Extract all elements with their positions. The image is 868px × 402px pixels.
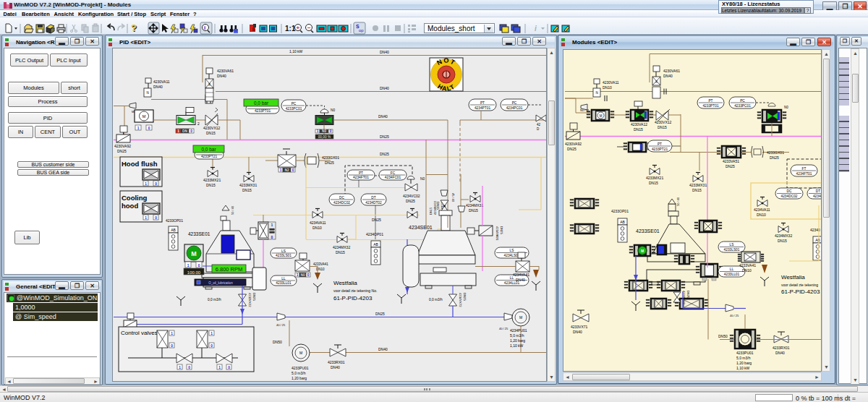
svg-text:4233OP01: 4233OP01 bbox=[166, 218, 183, 223]
svg-text:DN40: DN40 bbox=[380, 50, 389, 54]
svg-text:DN40: DN40 bbox=[516, 278, 525, 282]
svg-text:4233VA41: 4233VA41 bbox=[313, 262, 328, 266]
svg-text:M: M bbox=[191, 250, 197, 257]
svg-text:4234MX32: 4234MX32 bbox=[333, 245, 350, 249]
svg-text:voor detail zie tekening: voor detail zie tekening bbox=[781, 283, 818, 287]
svg-text:DN15: DN15 bbox=[692, 188, 702, 192]
svg-text:4234SE01: 4234SE01 bbox=[409, 225, 433, 230]
svg-text:1: 1 bbox=[210, 332, 213, 335]
svg-text:4233PT21: 4233PT21 bbox=[652, 147, 668, 151]
svg-text:DC: DC bbox=[787, 189, 792, 193]
svg-text:4234OP01: 4234OP01 bbox=[366, 232, 383, 236]
svg-text:5,0 m3/h: 5,0 m3/h bbox=[292, 371, 306, 375]
svg-text:DN25: DN25 bbox=[325, 161, 334, 165]
svg-text:0,0 bar: 0,0 bar bbox=[254, 100, 269, 106]
svg-text:4233MX21: 4233MX21 bbox=[203, 178, 221, 182]
svg-text:4233LS01: 4233LS01 bbox=[276, 254, 292, 257]
svg-text:PC: PC bbox=[292, 102, 297, 106]
svg-text:M: M bbox=[600, 114, 603, 118]
svg-text:4233PC01: 4233PC01 bbox=[286, 107, 302, 111]
svg-text:1: 1 bbox=[297, 273, 299, 277]
svg-text:DN25: DN25 bbox=[372, 218, 381, 222]
svg-text:61-P-PID-4203: 61-P-PID-4203 bbox=[333, 295, 373, 302]
svg-text:X: X bbox=[655, 80, 658, 84]
svg-text:1: 1 bbox=[171, 332, 173, 335]
svg-text:4233OP01: 4233OP01 bbox=[611, 209, 629, 213]
svg-text:1,10 kW: 1,10 kW bbox=[289, 49, 303, 54]
svg-text:DN25: DN25 bbox=[463, 293, 467, 301]
svg-text:0,0 m3/h: 0,0 m3/h bbox=[208, 298, 221, 302]
svg-text:N: N bbox=[595, 91, 597, 95]
svg-text:DN25: DN25 bbox=[117, 149, 127, 153]
svg-text:M: M bbox=[519, 315, 522, 320]
svg-text:DN40: DN40 bbox=[378, 114, 388, 119]
svg-text:DN15: DN15 bbox=[429, 207, 433, 215]
svg-text:4233MX21: 4233MX21 bbox=[646, 176, 663, 180]
svg-text:DN25: DN25 bbox=[500, 226, 503, 234]
svg-text:4233RX01: 4233RX01 bbox=[773, 346, 790, 350]
svg-text:Cooling: Cooling bbox=[122, 194, 148, 202]
svg-text:O_oil_lubrication: O_oil_lubrication bbox=[208, 281, 233, 285]
svg-text:AB: AB bbox=[171, 228, 176, 232]
svg-text:1: 1 bbox=[145, 182, 147, 186]
svg-text:4233MX31: 4233MX31 bbox=[239, 183, 257, 187]
svg-text:4234VA11: 4234VA11 bbox=[310, 221, 326, 225]
svg-text:PT: PT bbox=[708, 99, 712, 103]
svg-text:0: 0 bbox=[210, 344, 213, 348]
svg-text:4230VA92: 4230VA92 bbox=[114, 144, 131, 148]
svg-text:5,0 m3/h: 5,0 m3/h bbox=[510, 333, 524, 338]
svg-text:100.00: 100.00 bbox=[187, 270, 201, 275]
svg-text:4234D: 4234D bbox=[813, 194, 822, 198]
svg-text:1: 1 bbox=[280, 168, 282, 172]
svg-text:4233PT21: 4233PT21 bbox=[201, 155, 217, 158]
svg-text:DN15: DN15 bbox=[469, 208, 478, 213]
svg-text:4233PU01: 4233PU01 bbox=[292, 366, 309, 370]
svg-text:1: 1 bbox=[271, 223, 273, 227]
svg-text:DN10: DN10 bbox=[742, 268, 752, 273]
svg-text:AB: AB bbox=[620, 220, 625, 224]
svg-text:DN15: DN15 bbox=[778, 239, 787, 243]
svg-text:4233MX31: 4233MX31 bbox=[689, 183, 707, 187]
svg-text:FC: FC bbox=[391, 171, 396, 175]
svg-text:LL: LL bbox=[281, 277, 286, 281]
svg-text:DN15: DN15 bbox=[634, 127, 643, 132]
svg-text:DN40: DN40 bbox=[775, 351, 785, 355]
svg-text:Westfalia: Westfalia bbox=[781, 274, 805, 281]
svg-text:4234RX03: 4234RX03 bbox=[433, 200, 437, 215]
svg-text:0: 0 bbox=[330, 129, 332, 133]
svg-text:4234VC02: 4234VC02 bbox=[403, 194, 420, 198]
svg-text:4230VA61: 4230VA61 bbox=[217, 69, 234, 73]
svg-text:4233SE01: 4233SE01 bbox=[188, 231, 210, 236]
svg-text:4234FC01: 4234FC01 bbox=[385, 176, 401, 179]
svg-text:4233PU01: 4233PU01 bbox=[736, 351, 754, 355]
svg-text:DN40: DN40 bbox=[153, 85, 163, 89]
svg-text:4233VX71: 4233VX71 bbox=[571, 325, 588, 329]
svg-text:1: 1 bbox=[218, 366, 221, 369]
svg-text:1: 1 bbox=[317, 129, 319, 133]
svg-text:DN15: DN15 bbox=[658, 125, 667, 129]
svg-text:1: 1 bbox=[187, 264, 190, 268]
svg-text:4233RX01: 4233RX01 bbox=[328, 360, 345, 364]
svg-text:4234DC02: 4234DC02 bbox=[333, 201, 350, 205]
svg-text:M: M bbox=[641, 249, 644, 253]
svg-text:AB: AB bbox=[373, 242, 378, 247]
svg-text:4234PT01: 4234PT01 bbox=[475, 106, 490, 110]
svg-text:1: 1 bbox=[179, 366, 181, 369]
svg-text:4234DC02: 4234DC02 bbox=[781, 194, 798, 198]
svg-text:4234VA41: 4234VA41 bbox=[513, 273, 529, 277]
svg-text:DN25: DN25 bbox=[726, 164, 735, 168]
svg-text:DN40: DN40 bbox=[378, 347, 388, 351]
svg-text:4230VA61: 4230VA61 bbox=[663, 69, 680, 73]
svg-text:i: i bbox=[204, 25, 205, 31]
svg-text:DC: DC bbox=[339, 196, 344, 200]
svg-text:4233PT01: 4233PT01 bbox=[255, 109, 271, 113]
svg-text:4234MX32: 4234MX32 bbox=[775, 234, 792, 238]
svg-text:DN50: DN50 bbox=[273, 340, 282, 344]
svg-text:4233VA41: 4233VA41 bbox=[739, 263, 756, 268]
svg-text:0: 0 bbox=[228, 366, 230, 369]
svg-text:op: op bbox=[359, 28, 364, 33]
svg-text:45 / 40: 45 / 40 bbox=[451, 193, 455, 202]
svg-text:4230VA12: 4230VA12 bbox=[631, 122, 647, 127]
svg-text:PT: PT bbox=[658, 142, 662, 146]
svg-text:DN15: DN15 bbox=[206, 131, 216, 135]
